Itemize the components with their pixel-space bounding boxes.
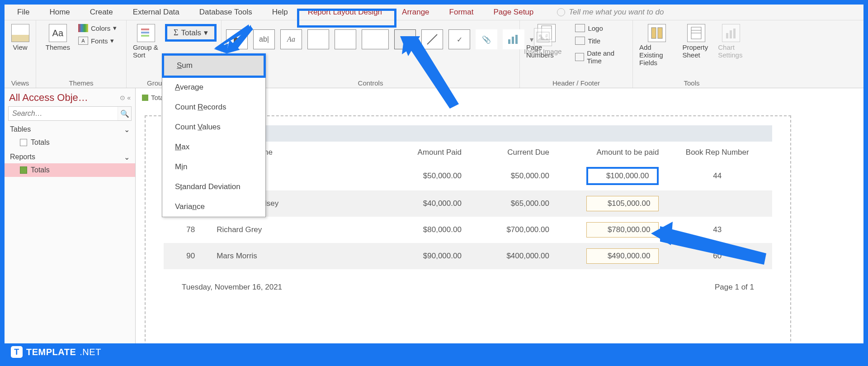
bulb-icon (557, 8, 565, 16)
nav-pane-header[interactable]: All Access Obje… ⊙ « (5, 88, 135, 105)
ribbon-group-controls: ab| Aa ✓ 📎 ▾ Controls Insert Image (222, 20, 520, 88)
tell-me-search[interactable]: Tell me what you want to do (557, 8, 664, 17)
property-sheet-button[interactable]: Property Sheet (680, 23, 712, 60)
nav-group-reports[interactable]: Reports⌄ (5, 149, 135, 163)
svg-rect-4 (508, 39, 510, 44)
work-area: All Access Obje… ⊙ « 🔍 Tables⌄ Totals Re… (5, 88, 863, 343)
dd-average[interactable]: Average (162, 77, 265, 97)
menu-home[interactable]: Home (39, 5, 80, 19)
control-checkbox[interactable]: ✓ (448, 29, 470, 49)
col-current-due[interactable]: Current Due (465, 143, 553, 162)
amount-cell[interactable]: $490,000.00 (586, 248, 659, 264)
ribbon: View Views Aa Themes Colors▾ A (5, 20, 863, 88)
svg-line-3 (427, 34, 437, 44)
amount-cell[interactable]: $105,000.00 (586, 196, 659, 211)
colors-icon (78, 24, 88, 32)
col-book-rep[interactable]: Book Rep Number (662, 143, 772, 162)
table-row[interactable]: 90 Mars Morris $90,000.00 $400,000.00 $4… (164, 243, 772, 269)
svg-rect-2 (141, 35, 149, 37)
svg-rect-16 (726, 33, 728, 38)
selected-amount-cell[interactable]: $100,000.00 (586, 167, 659, 185)
dd-count-records[interactable]: Count Records (162, 97, 265, 117)
insert-image-icon (534, 28, 552, 46)
control-textbox[interactable]: ab| (253, 29, 275, 49)
logo-button[interactable]: Logo (573, 23, 628, 33)
svg-rect-12 (658, 28, 662, 38)
title-icon (575, 37, 585, 45)
control-rect3[interactable] (362, 29, 389, 49)
menu-pagesetup[interactable]: Page Setup (483, 5, 543, 19)
insert-image-button[interactable]: Insert Image (522, 27, 563, 56)
menu-arrange[interactable]: Arrange (392, 5, 439, 19)
nav-collapse-icon[interactable]: ⊙ « (120, 94, 131, 101)
nav-search[interactable]: 🔍 (8, 106, 132, 121)
sigma-icon: Σ (174, 28, 178, 38)
control-rect2[interactable] (335, 29, 356, 49)
search-icon[interactable]: 🔍 (118, 107, 131, 120)
menu-bar: File Home Create External Data Database … (5, 5, 863, 20)
control-label[interactable]: Aa (280, 29, 302, 49)
dd-variance[interactable]: Variance (162, 197, 265, 217)
ribbon-group-themes: Aa Themes Colors▾ A Fonts▾ Themes (36, 20, 127, 88)
menu-help[interactable]: Help (262, 5, 298, 19)
ribbon-group-views: View Views (5, 20, 36, 88)
menu-format[interactable]: Format (439, 5, 484, 19)
chart-settings-button: Chart Settings (716, 23, 746, 60)
tell-me-text: Tell me what you want to do (569, 8, 664, 17)
col-amount-paid[interactable]: Amount Paid (367, 143, 465, 162)
themes-button[interactable]: Aa Themes (44, 23, 72, 52)
totals-dropdown-menu: Sum Average Count Records Count Values M… (162, 53, 266, 217)
menu-file[interactable]: File (7, 5, 39, 19)
menu-create[interactable]: Create (80, 5, 123, 19)
title-button[interactable]: Title (573, 36, 628, 46)
svg-rect-5 (512, 37, 514, 44)
totals-button[interactable]: Σ Totals ▾ (165, 24, 217, 42)
svg-rect-17 (730, 30, 732, 38)
view-icon (11, 24, 29, 42)
search-input[interactable] (9, 107, 118, 120)
group-sort-button[interactable]: Group & Sort (131, 23, 160, 60)
dd-std-dev[interactable]: Standard Deviation (162, 177, 265, 197)
control-select[interactable] (226, 29, 248, 49)
svg-rect-18 (733, 29, 736, 38)
menu-dbtools[interactable]: Database Tools (189, 5, 262, 19)
dd-sum[interactable]: Sum (162, 53, 266, 78)
table-icon (20, 139, 27, 146)
property-sheet-icon (687, 24, 705, 42)
themes-icon: Aa (49, 24, 67, 42)
svg-rect-1 (141, 32, 149, 33)
amount-cell[interactable]: $780,000.00 (586, 222, 659, 238)
group-sort-icon (137, 24, 155, 42)
control-attachment[interactable]: 📎 (476, 29, 497, 49)
menu-report-layout-design[interactable]: Report Layout Design (298, 5, 392, 19)
add-fields-icon (648, 24, 666, 42)
logo-icon (575, 24, 585, 32)
add-existing-fields-button[interactable]: Add Existing Fields (637, 23, 676, 67)
fonts-icon: A (78, 37, 88, 45)
nav-group-tables[interactable]: Tables⌄ (5, 122, 135, 136)
dd-count-values[interactable]: Count Values (162, 117, 265, 137)
datetime-button[interactable]: Date and Time (573, 48, 628, 66)
control-rect1[interactable] (307, 29, 329, 49)
menu-externaldata[interactable]: External Data (123, 5, 189, 19)
table-row[interactable]: 78 Richard Grey $80,000.00 $700,000.00 $… (164, 217, 772, 243)
control-line[interactable] (421, 29, 443, 49)
dd-min[interactable]: Min (162, 157, 265, 177)
datetime-icon (575, 53, 584, 61)
report-tab-icon (142, 95, 148, 101)
col-amount-to-be-paid[interactable]: Amount to be paid (553, 143, 663, 162)
watermark: T TEMPLATE.NET (11, 346, 101, 358)
svg-rect-0 (141, 29, 149, 30)
dd-max[interactable]: Max (162, 137, 265, 157)
chart-settings-icon (722, 24, 740, 42)
control-button[interactable] (394, 29, 416, 49)
report-page-n: Page 1 of 1 (715, 283, 754, 292)
svg-rect-6 (515, 35, 518, 44)
view-button[interactable]: View (9, 23, 31, 52)
fonts-button[interactable]: A Fonts▾ (76, 36, 118, 46)
nav-report-totals[interactable]: Totals (5, 163, 135, 177)
report-icon (20, 166, 27, 174)
watermark-logo-icon: T (11, 346, 23, 358)
colors-button[interactable]: Colors▾ (76, 23, 118, 33)
nav-table-totals[interactable]: Totals (5, 136, 135, 149)
